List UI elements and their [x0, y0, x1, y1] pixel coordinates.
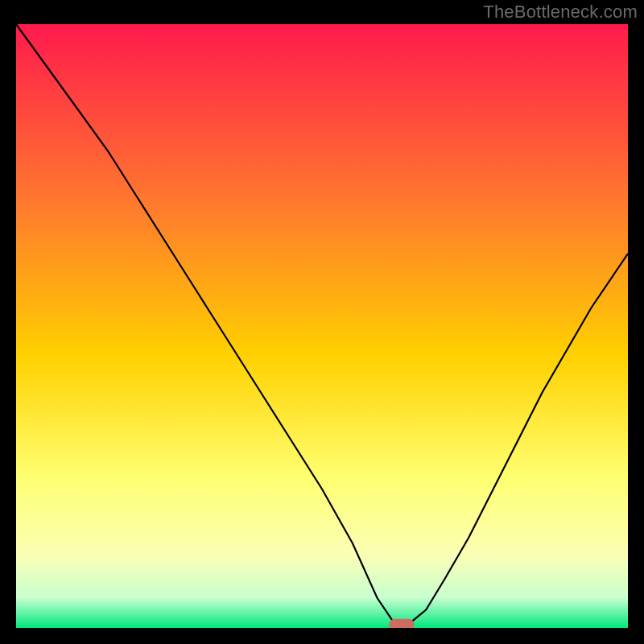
chart-svg: [16, 24, 628, 628]
chart-frame: TheBottleneck.com: [0, 0, 644, 644]
optimal-marker: [390, 619, 414, 628]
plot-area: [16, 24, 628, 628]
gradient-background: [16, 24, 628, 628]
watermark-text: TheBottleneck.com: [483, 2, 638, 23]
